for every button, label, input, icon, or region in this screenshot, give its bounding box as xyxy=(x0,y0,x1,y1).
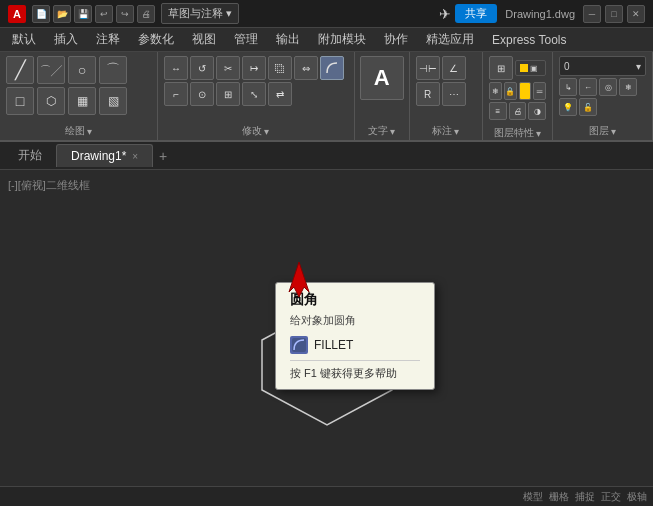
layer-section-label[interactable]: 图层特性 ▾ xyxy=(494,124,541,140)
trim-btn[interactable]: ✂ xyxy=(216,56,240,80)
tooltip-description: 给对象加圆角 xyxy=(290,313,420,328)
status-bar: 模型 栅格 捕捉 正交 极轴 xyxy=(0,486,653,506)
ortho-btn[interactable]: 正交 xyxy=(601,490,621,504)
menu-express-tools[interactable]: Express Tools xyxy=(484,31,574,49)
menu-parametric[interactable]: 参数化 xyxy=(130,29,182,50)
app-icon: A xyxy=(8,5,26,23)
menu-manage[interactable]: 管理 xyxy=(226,29,266,50)
menu-default[interactable]: 默认 xyxy=(4,29,44,50)
hatch-btn[interactable]: ▦ xyxy=(68,87,96,115)
home-tab-label: 开始 xyxy=(18,147,42,164)
workspace-label: 草图与注释 xyxy=(168,6,223,21)
polar-btn[interactable]: 极轴 xyxy=(627,490,647,504)
layer-plot-btn[interactable]: 🖨 xyxy=(509,102,527,120)
ribbon-text-section: A 文字 ▾ xyxy=(355,52,410,140)
arc-btn[interactable]: ⌒ xyxy=(99,56,127,84)
layer-select-dropdown[interactable]: 0 ▾ xyxy=(559,56,646,76)
menu-output[interactable]: 输出 xyxy=(268,29,308,50)
line-btn[interactable]: ╱ xyxy=(6,56,34,84)
save-btn[interactable]: 💾 xyxy=(74,5,92,23)
grid-btn[interactable]: 栅格 xyxy=(549,490,569,504)
layer-lweight-btn[interactable]: ≡ xyxy=(489,102,507,120)
copy-btn[interactable]: ⿻ xyxy=(268,56,292,80)
close-btn[interactable]: ✕ xyxy=(627,5,645,23)
text-btn[interactable]: A xyxy=(360,56,404,100)
print-btn[interactable]: 🖨 xyxy=(137,5,155,23)
circle-btn[interactable]: ○ xyxy=(68,56,96,84)
home-tab[interactable]: 开始 xyxy=(4,143,56,168)
status-bar-icons: 模型 栅格 捕捉 正交 极轴 xyxy=(523,490,647,504)
ribbon-modify-section: ↔ ↺ ✂ ↦ ⿻ ⇔ ⌐ ⊙ ⊞ ⤡ ⇄ 修改 ▾ xyxy=(158,52,355,140)
redo-btn[interactable]: ↪ xyxy=(116,5,134,23)
stretch-btn[interactable]: ⇄ xyxy=(268,82,292,106)
ribbon-layer-section: ⊞ ▣ ❄ 🔒 ═ ≡ 🖨 ◑ 图层特性 ▾ xyxy=(483,52,553,140)
layer-chevron-icon: ▾ xyxy=(536,128,541,139)
layer-off-btn[interactable]: 💡 xyxy=(559,98,577,116)
new-tab-button[interactable]: + xyxy=(153,146,173,166)
open-btn[interactable]: 📂 xyxy=(53,5,71,23)
drawing1-tab[interactable]: Drawing1* × xyxy=(56,144,153,167)
ribbon-dimension-section: ⊣⊢ ∠ R ⋯ 标注 ▾ xyxy=(410,52,483,140)
chamfer-btn[interactable]: ⌐ xyxy=(164,82,188,106)
layer-dropdown-label[interactable]: 图层 ▾ xyxy=(589,122,616,138)
quick-access-toolbar: 📄 📂 💾 ↩ ↪ 🖨 xyxy=(32,5,155,23)
rect-btn[interactable]: □ xyxy=(6,87,34,115)
menu-view[interactable]: 视图 xyxy=(184,29,224,50)
title-bar-right: ✈ 共享 Drawing1.dwg ─ □ ✕ xyxy=(439,4,645,23)
text-section-label[interactable]: 文字 ▾ xyxy=(368,122,395,138)
dim-linear-btn[interactable]: ⊣⊢ xyxy=(416,56,440,80)
menu-insert[interactable]: 插入 xyxy=(46,29,86,50)
mirror-btn[interactable]: ⇔ xyxy=(294,56,318,80)
gradient-btn[interactable]: ▧ xyxy=(99,87,127,115)
share-button[interactable]: 共享 xyxy=(455,4,497,23)
layer-lock-btn[interactable]: 🔒 xyxy=(504,82,517,100)
tooltip-fillet-row: FILLET xyxy=(290,336,420,354)
layer-match-btn[interactable]: ↳ xyxy=(559,78,577,96)
menu-addons[interactable]: 附加模块 xyxy=(310,29,374,50)
layer-prev-btn[interactable]: ← xyxy=(579,78,597,96)
chevron-down-icon: ▾ xyxy=(226,7,232,20)
tab-close-icon[interactable]: × xyxy=(132,151,138,162)
model-space-btn[interactable]: 模型 xyxy=(523,490,543,504)
dim-more-btn[interactable]: ⋯ xyxy=(442,82,466,106)
minimize-btn[interactable]: ─ xyxy=(583,5,601,23)
layer-dropdown-chevron-icon: ▾ xyxy=(636,61,641,72)
move-btn[interactable]: ↔ xyxy=(164,56,188,80)
menu-featured[interactable]: 精选应用 xyxy=(418,29,482,50)
draw-section-label[interactable]: 绘图 ▾ xyxy=(65,122,92,138)
fillet-btn[interactable] xyxy=(320,56,344,80)
polygon-btn[interactable]: ⬡ xyxy=(37,87,65,115)
modify-section-label[interactable]: 修改 ▾ xyxy=(242,122,269,138)
layer-lock2-btn[interactable]: 🔓 xyxy=(579,98,597,116)
offset-btn[interactable]: ⊙ xyxy=(190,82,214,106)
extend-btn[interactable]: ↦ xyxy=(242,56,266,80)
undo-btn[interactable]: ↩ xyxy=(95,5,113,23)
new-file-btn[interactable]: 📄 xyxy=(32,5,50,23)
rotate-btn[interactable]: ↺ xyxy=(190,56,214,80)
layer-freeze-btn[interactable]: ❄ xyxy=(489,82,502,100)
layer-color-swatch xyxy=(520,64,528,72)
title-bar: A 📄 📂 💾 ↩ ↪ 🖨 草图与注释 ▾ ✈ 共享 Drawing1.dwg … xyxy=(0,0,653,28)
menu-bar: 默认 插入 注释 参数化 视图 管理 输出 附加模块 协作 精选应用 Expre… xyxy=(0,28,653,52)
dimension-chevron-icon: ▾ xyxy=(454,126,459,137)
menu-collaborate[interactable]: 协作 xyxy=(376,29,416,50)
dim-radius-btn[interactable]: R xyxy=(416,82,440,106)
svg-marker-0 xyxy=(289,262,309,297)
polyline-btn[interactable]: ⌒╱ xyxy=(37,56,65,84)
document-title: Drawing1.dwg xyxy=(505,8,575,20)
ribbon-workspace-dropdown[interactable]: 草图与注释 ▾ xyxy=(161,3,239,24)
layer-isolate-btn[interactable]: ◎ xyxy=(599,78,617,96)
dim-angular-btn[interactable]: ∠ xyxy=(442,56,466,80)
fillet-icon xyxy=(290,336,308,354)
dimension-section-label[interactable]: 标注 ▾ xyxy=(432,122,459,138)
layer-properties-btn[interactable]: ⊞ xyxy=(489,56,513,80)
menu-annotate[interactable]: 注释 xyxy=(88,29,128,50)
maximize-btn[interactable]: □ xyxy=(605,5,623,23)
array-btn[interactable]: ⊞ xyxy=(216,82,240,106)
layer-freeze-all-btn[interactable]: ❄ xyxy=(619,78,637,96)
layer-ltype-btn[interactable]: ═ xyxy=(533,82,546,100)
layer-transparency-btn[interactable]: ◑ xyxy=(528,102,546,120)
layer-color-btn[interactable] xyxy=(519,82,532,100)
scale-btn[interactable]: ⤡ xyxy=(242,82,266,106)
snap-btn[interactable]: 捕捉 xyxy=(575,490,595,504)
